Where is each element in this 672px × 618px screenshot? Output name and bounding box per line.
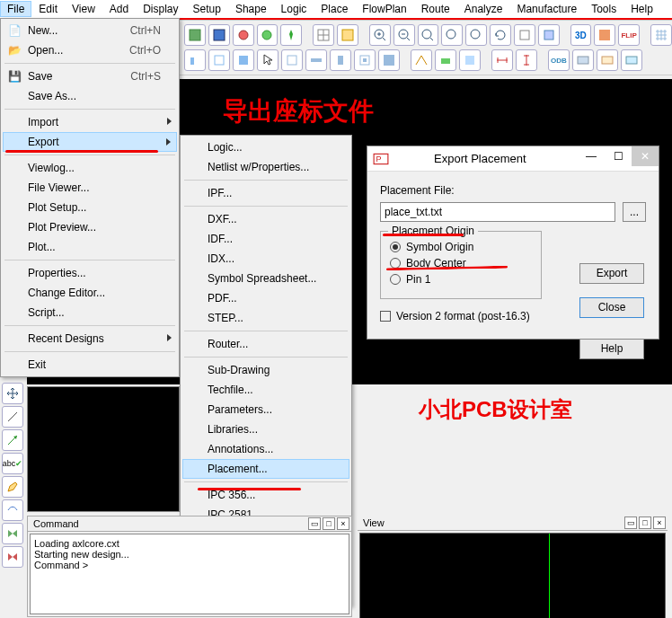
mi-save[interactable]: 💾SaveCtrl+S xyxy=(3,66,177,86)
odb-icon[interactable]: ODB xyxy=(548,49,570,71)
panel-icon[interactable] xyxy=(184,49,206,71)
export-mi-logic[interactable]: Logic... xyxy=(182,137,349,157)
command-output[interactable]: Loading axlcore.cxtStarting new design..… xyxy=(30,534,349,614)
menu-add[interactable]: Add xyxy=(102,1,136,17)
tool-icon[interactable] xyxy=(2,546,23,568)
mi-properties[interactable]: Properties... xyxy=(3,263,177,283)
zoom-fit-icon[interactable] xyxy=(418,24,439,46)
menu-display[interactable]: Display xyxy=(136,1,185,17)
mi-script[interactable]: Script... xyxy=(3,303,177,322)
export-mi-techfile[interactable]: Techfile... xyxy=(182,380,349,400)
tool-icon[interactable] xyxy=(411,49,432,71)
zoom-in-icon[interactable] xyxy=(369,24,391,46)
grid-icon[interactable] xyxy=(337,24,358,46)
tool-icon[interactable] xyxy=(459,49,481,71)
export-mi-sub-drawing[interactable]: Sub-Drawing xyxy=(182,360,349,380)
menu-shape[interactable]: Shape xyxy=(228,1,274,17)
export-mi-ipf[interactable]: IPF... xyxy=(182,183,349,203)
browse-button[interactable]: ... xyxy=(623,202,646,222)
mi-recent[interactable]: Recent Designs xyxy=(3,329,177,349)
grid-icon[interactable] xyxy=(650,24,672,46)
mi-export[interactable]: Export xyxy=(3,132,177,152)
panel-icon[interactable] xyxy=(233,49,254,71)
grid-icon[interactable] xyxy=(313,24,334,46)
dimension-icon[interactable] xyxy=(491,49,513,71)
export-mi-pdf[interactable]: PDF... xyxy=(182,288,349,308)
line-icon[interactable] xyxy=(2,406,23,428)
mi-new[interactable]: 📄New...Ctrl+N xyxy=(3,21,177,40)
export-mi-dxf[interactable]: DXF... xyxy=(182,209,349,229)
refresh-icon[interactable] xyxy=(490,24,511,46)
mi-import[interactable]: Import xyxy=(3,112,177,132)
mi-fileviewer[interactable]: File Viewer... xyxy=(3,178,177,198)
mi-saveas[interactable]: Save As... xyxy=(3,86,177,106)
text-icon[interactable]: abc✔ xyxy=(2,453,23,474)
mi-plotpreview[interactable]: Plot Preview... xyxy=(3,217,177,237)
dock-icon[interactable]: ▭ xyxy=(624,516,637,529)
export-mi-step[interactable]: STEP... xyxy=(182,308,349,328)
tool-icon[interactable] xyxy=(2,523,23,544)
dock-icon[interactable]: ▭ xyxy=(308,517,321,530)
tool-icon[interactable] xyxy=(2,499,23,521)
dock-icon[interactable]: □ xyxy=(323,517,335,530)
menu-view[interactable]: View xyxy=(65,1,102,17)
export-btn[interactable]: Export xyxy=(579,263,644,284)
view-canvas[interactable] xyxy=(359,533,666,618)
export-mi-idx[interactable]: IDX... xyxy=(182,249,349,269)
tool-icon[interactable] xyxy=(378,49,400,71)
minimize-icon[interactable]: — xyxy=(578,146,605,166)
export-mi-placement[interactable]: Placement... xyxy=(182,459,349,479)
maximize-icon[interactable]: ☐ xyxy=(605,146,632,166)
menu-logic[interactable]: Logic xyxy=(274,1,314,17)
tool-icon[interactable] xyxy=(538,24,560,46)
tool-icon[interactable] xyxy=(184,24,206,46)
menu-place[interactable]: Place xyxy=(314,1,355,17)
help-btn[interactable]: Help xyxy=(579,339,644,359)
export-mi-symbol-spreadsheet[interactable]: Symbol Spreadsheet... xyxy=(182,269,349,288)
zoom-out-icon[interactable] xyxy=(393,24,415,46)
tool-icon[interactable] xyxy=(621,49,642,71)
mi-plotsetup[interactable]: Plot Setup... xyxy=(3,198,177,217)
tool-icon[interactable] xyxy=(330,49,351,71)
menu-edit[interactable]: Edit xyxy=(31,1,65,17)
radio-symbol-origin[interactable]: Symbol Origin xyxy=(390,241,532,253)
tool-icon[interactable] xyxy=(435,49,456,71)
tool-icon[interactable] xyxy=(594,24,615,46)
export-mi-parameters[interactable]: Parameters... xyxy=(182,400,349,419)
panel-icon[interactable] xyxy=(208,49,230,71)
export-mi-libraries[interactable]: Libraries... xyxy=(182,419,349,439)
move-icon[interactable] xyxy=(2,383,23,404)
menu-flowplan[interactable]: FlowPlan xyxy=(355,1,413,17)
dimension-icon[interactable] xyxy=(516,49,537,71)
menu-route[interactable]: Route xyxy=(414,1,457,17)
tool-icon[interactable] xyxy=(257,24,279,46)
export-mi-netlist-w-properties[interactable]: Netlist w/Properties... xyxy=(182,157,349,177)
menu-help[interactable]: Help xyxy=(623,1,660,17)
tool-icon[interactable] xyxy=(597,49,618,71)
tool-icon[interactable] xyxy=(572,49,594,71)
export-mi-router[interactable]: Router... xyxy=(182,334,349,354)
tool-icon[interactable] xyxy=(514,24,535,46)
arrow-icon[interactable] xyxy=(2,429,23,451)
tool-icon[interactable] xyxy=(208,24,230,46)
tool-icon[interactable] xyxy=(233,24,254,46)
tool-icon[interactable] xyxy=(281,49,303,71)
mi-changeeditor[interactable]: Change Editor... xyxy=(3,283,177,303)
dock-icon[interactable]: □ xyxy=(639,516,651,529)
pin-icon[interactable] xyxy=(280,24,302,46)
cursor-icon[interactable] xyxy=(257,49,279,71)
edit-icon[interactable] xyxy=(2,476,23,498)
mi-viewlog[interactable]: Viewlog... xyxy=(3,158,177,178)
mi-plot[interactable]: Plot... xyxy=(3,237,177,257)
flip-icon[interactable]: FLIP xyxy=(618,24,640,46)
close-icon[interactable]: × xyxy=(337,517,349,530)
tool-icon[interactable] xyxy=(354,49,376,71)
filename-input[interactable] xyxy=(380,202,615,222)
radio-pin1[interactable]: Pin 1 xyxy=(390,273,532,286)
close-icon[interactable]: × xyxy=(653,516,666,529)
3d-icon[interactable]: 3D xyxy=(570,24,592,46)
mi-exit[interactable]: Exit xyxy=(3,355,177,375)
export-mi-idf[interactable]: IDF... xyxy=(182,229,349,249)
close-icon[interactable]: ✕ xyxy=(632,146,659,166)
mi-open[interactable]: 📂Open...Ctrl+O xyxy=(3,40,177,60)
